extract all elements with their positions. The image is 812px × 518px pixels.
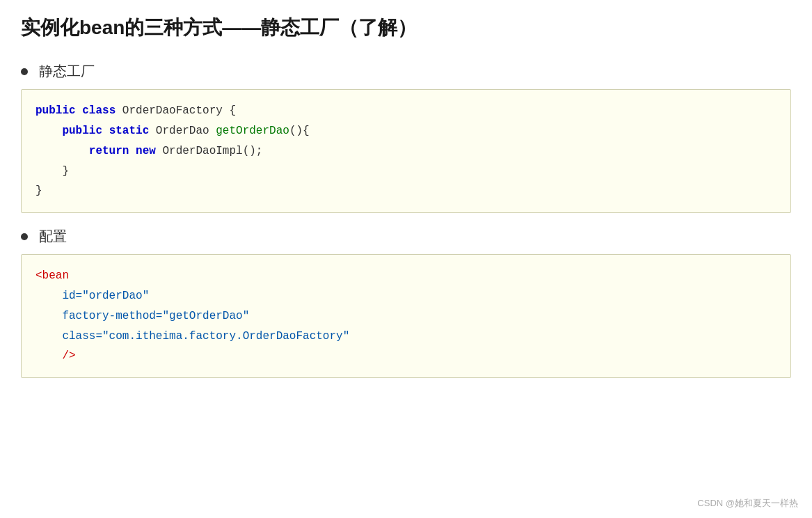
section-config: 配置 bbox=[21, 227, 791, 246]
method-name: getOrderDao bbox=[216, 125, 289, 137]
keyword-static: static bbox=[109, 125, 150, 137]
watermark: CSDN @她和夏天一样热 bbox=[697, 497, 798, 510]
bullet-icon-2 bbox=[21, 233, 28, 240]
keyword-new: new bbox=[136, 145, 156, 157]
xml-tag-close: /> bbox=[62, 350, 75, 362]
keyword-class: class bbox=[82, 104, 116, 117]
xml-tag-open: <bean bbox=[35, 269, 69, 282]
keyword-public2: public bbox=[62, 125, 102, 137]
keyword-return: return bbox=[89, 145, 129, 157]
section-label-static-factory: 静态工厂 bbox=[39, 62, 95, 81]
page-container: 实例化bean的三种方式——静态工厂（了解） 静态工厂 public class… bbox=[0, 0, 812, 518]
keyword-public1: public bbox=[35, 104, 76, 117]
section-label-config: 配置 bbox=[39, 227, 67, 246]
xml-attr-class: class="com.itheima.factory.OrderDaoFacto… bbox=[62, 330, 349, 343]
page-title: 实例化bean的三种方式——静态工厂（了解） bbox=[21, 14, 791, 41]
bullet-icon bbox=[21, 68, 28, 75]
xml-attr-id: id="orderDao" bbox=[62, 290, 149, 302]
section-static-factory: 静态工厂 bbox=[21, 62, 791, 81]
code-block-java: public class OrderDaoFactory { public st… bbox=[21, 89, 791, 213]
xml-attr-factory-method: factory-method="getOrderDao" bbox=[62, 310, 249, 322]
code-block-xml: <bean id="orderDao" factory-method="getO… bbox=[21, 254, 791, 378]
